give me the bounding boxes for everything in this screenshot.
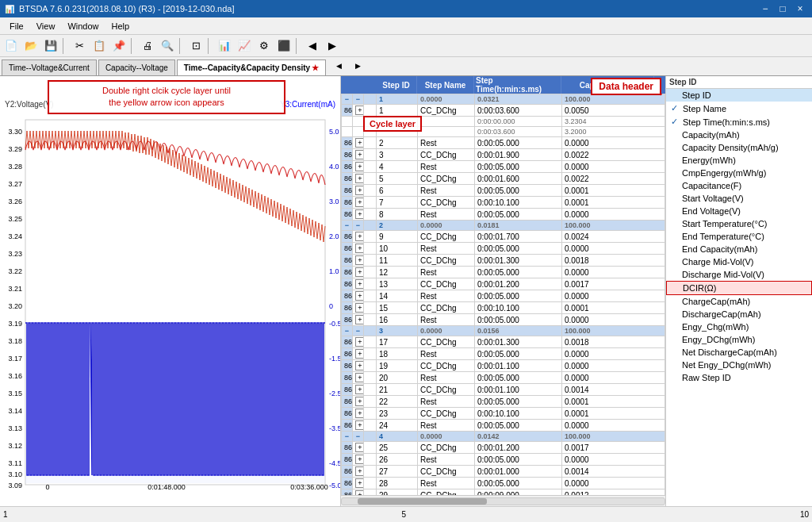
table-row[interactable]: 86 + 6 Rest 0:00:05.000 0.0001 [342, 185, 665, 197]
settings-button[interactable]: ⚙ [255, 36, 274, 56]
tab-voltage-current[interactable]: Time--Voltage&Current [2, 59, 97, 75]
dh-item-startvoltage[interactable]: Start Voltage(V) [666, 192, 812, 205]
dh-item-energy[interactable]: Energy(mWh) [666, 154, 812, 167]
table-row[interactable]: 86 + 27CC_DChg0:00:01.0000.0014 [342, 466, 665, 478]
table-row[interactable]: 86 + 19CC_DChg0:00:01.1000.0000 [342, 360, 665, 372]
table-row[interactable]: 86 + 26Rest0:00:05.0000.0000 [342, 454, 665, 466]
table-row[interactable]: 86 + 12Rest0:00:05.0000.0000 [342, 267, 665, 278]
cycle-minus2[interactable]: − [353, 94, 364, 105]
table-row[interactable]: 86 + 21CC_DChg0:00:01.1000.0014 [342, 384, 665, 396]
table-row[interactable]: 86 + 29CC_DChg0:00:09.0000.0012 [342, 489, 665, 496]
table-row[interactable]: 86 + 22Rest0:00:05.0000.0001 [342, 396, 665, 408]
table-row[interactable]: 86 + 3 CC_DChg 0:00:01.900 0.0022 [342, 149, 665, 161]
cut-button[interactable]: ✂ [70, 36, 89, 56]
annotation-instruction: Double right clcik cycle layer untilthe … [48, 80, 285, 114]
dh-item-capacitance[interactable]: Capacitance(F) [666, 179, 812, 192]
col-step-time[interactable]: Step Time(h:min:s.ms) [474, 76, 561, 94]
table-row[interactable]: 86 + 1 CC_DChg 0:00:03.600 0.0050 [342, 105, 665, 117]
table-row[interactable]: 86 + 14Rest0:00:05.0000.0000 [342, 290, 665, 302]
tab-capacity-voltage[interactable]: Capacity--Voltage [98, 59, 175, 75]
menu-view[interactable]: View [30, 20, 62, 33]
restore-button[interactable]: □ [776, 3, 790, 14]
forward-button[interactable]: ▶ [323, 36, 342, 56]
table-row[interactable]: 86 + 24Rest0:00:05.0000.0000 [342, 420, 665, 432]
toolbar: 📄 📂 💾 ✂ 📋 📌 🖨 🔍 ⊡ 📊 📈 ⚙ ⬛ ◀ ▶ [0, 35, 812, 57]
dh-item-dcir[interactable]: DCIR(Ω) [666, 281, 812, 295]
dh-item-dischgcap[interactable]: DischargeCap(mAh) [666, 308, 812, 320]
save-button[interactable]: 💾 [41, 36, 60, 56]
new-button[interactable]: 📄 [2, 36, 21, 56]
table-row[interactable]: 0:00:03.600 3.2000 [342, 127, 665, 137]
table-row[interactable]: 86 + 15CC_DChg0:00:10.1000.0001 [342, 302, 665, 314]
table-row[interactable]: 86 + 25CC_DChg0:00:01.2000.0017 [342, 442, 665, 454]
dh-item-steptime[interactable]: Step Time(h:min:s.ms) [666, 115, 812, 129]
table-row[interactable]: 86 + 11CC_DChg0:00:01.3000.0018 [342, 255, 665, 267]
dh-item-cmpenergy[interactable]: CmpEngergy(mWh/g) [666, 167, 812, 179]
toolbar-sep4 [208, 38, 213, 54]
dh-item-engydchg[interactable]: Engy_DChg(mWh) [666, 333, 812, 346]
dh-item-dischgmidvol[interactable]: Discharge Mid-Vol(V) [666, 268, 812, 281]
search-button[interactable]: 🔍 [158, 36, 177, 56]
menu-window[interactable]: Window [61, 20, 105, 33]
dh-item-capacity[interactable]: Capacity(mAh) [666, 129, 812, 141]
dh-item-endcap[interactable]: End Capacity(mAh) [666, 243, 812, 255]
col-step-id[interactable]: Step ID [376, 76, 417, 94]
table-row[interactable]: 0:00:00.000 3.2304 [342, 117, 665, 127]
menu-help[interactable]: Help [105, 20, 136, 33]
toolbar-sep5 [296, 38, 301, 54]
svg-text:3.10: 3.10 [8, 470, 22, 478]
tab-capacity-density[interactable]: Time--Capacity&Capacity Density ★ [177, 59, 326, 75]
table-row[interactable]: 86 + 7 CC_DChg 0:00:10.100 0.0001 [342, 197, 665, 209]
y2-label: Y2:Voltage(V) [5, 100, 54, 109]
dh-item-chargecap[interactable]: ChargeCap(mAh) [666, 295, 812, 308]
dh-item-stepname[interactable]: Step Name [666, 102, 812, 115]
table-row[interactable]: 86 + 5 CC_DChg 0:00:01.600 0.0022 [342, 173, 665, 185]
app-title: BTSDA 7.6.0.231(2018.08.10) (R3) - [2019… [19, 4, 235, 13]
tab-nav-left[interactable]: ◀ [329, 56, 348, 75]
dh-item-netengydchg[interactable]: Net Engy_DChg(mWh) [666, 359, 812, 371]
table-row[interactable]: 86 + 28Rest0:00:05.0000.0000 [342, 478, 665, 489]
table-row[interactable]: 86 + 9CC_DChg0:00:01.7000.0024 [342, 231, 665, 243]
tab-nav-right[interactable]: ▶ [348, 56, 367, 75]
dh-item-netdischgcap[interactable]: Net DischargeCap(mAh) [666, 346, 812, 359]
dh-item-engychg[interactable]: Engy_Chg(mWh) [666, 320, 812, 333]
copy-button[interactable]: 📋 [90, 36, 109, 56]
filter-button[interactable]: ⊡ [186, 36, 205, 56]
dh-item-stepid[interactable]: Step ID [666, 89, 812, 102]
table-row[interactable]: 86 + 10Rest0:00:05.0000.0000 [342, 243, 665, 255]
svg-text:0: 0 [45, 483, 49, 491]
chart1-button[interactable]: 📊 [215, 36, 234, 56]
dh-item-starttemp[interactable]: Start Temperature(°C) [666, 217, 812, 230]
col-step-name[interactable]: Step Name [417, 76, 474, 94]
table-row[interactable]: 86 + 20Rest0:00:05.0000.0000 [342, 372, 665, 384]
table-row[interactable]: 86 + 17CC_DChg0:00:01.3000.0018 [342, 336, 665, 348]
export-button[interactable]: ⬛ [274, 36, 293, 56]
table-row[interactable]: 86 + 4 Rest 0:00:05.000 0.0000 [342, 161, 665, 173]
minimize-button[interactable]: − [758, 3, 772, 14]
svg-text:-3.5: -3.5 [329, 424, 341, 432]
status-right: 10 [800, 510, 809, 519]
expand-btn[interactable]: + [355, 106, 364, 115]
table-row[interactable]: 86 + 23CC_DChg0:00:10.1000.0001 [342, 408, 665, 420]
table-row[interactable]: 86 + 16Rest0:00:05.0000.0000 [342, 314, 665, 326]
table-body[interactable]: Cycle layer [341, 94, 665, 495]
paste-button[interactable]: 📌 [109, 36, 128, 56]
dh-item-chargemidvol[interactable]: Charge Mid-Vol(V) [666, 255, 812, 268]
dh-item-capdensity[interactable]: Capacity Density(mAh/g) [666, 141, 812, 154]
horizontal-scrollbar[interactable] [341, 495, 665, 506]
dh-item-endtemp[interactable]: End Temperature(°C) [666, 230, 812, 243]
menu-file[interactable]: File [3, 20, 30, 33]
svg-text:3.24: 3.24 [8, 232, 22, 240]
print-button[interactable]: 🖨 [138, 36, 157, 56]
table-row[interactable]: 86 + 13CC_DChg0:00:01.2000.0017 [342, 278, 665, 290]
chart2-button[interactable]: 📈 [235, 36, 254, 56]
table-row[interactable]: 86 + 8 Rest 0:00:05.000 0.0000 [342, 209, 665, 221]
table-row[interactable]: 86 + 18Rest0:00:05.0000.0000 [342, 348, 665, 360]
cycle-minus[interactable]: − [342, 94, 353, 105]
table-row[interactable]: 86 + 2 Rest 0:00:05.000 0.0000 [342, 137, 665, 149]
back-button[interactable]: ◀ [303, 36, 322, 56]
dh-item-rawstepid[interactable]: Raw Step ID [666, 371, 812, 384]
dh-item-endvoltage[interactable]: End Voltage(V) [666, 205, 812, 217]
open-button[interactable]: 📂 [21, 36, 40, 56]
close-button[interactable]: × [793, 3, 807, 14]
